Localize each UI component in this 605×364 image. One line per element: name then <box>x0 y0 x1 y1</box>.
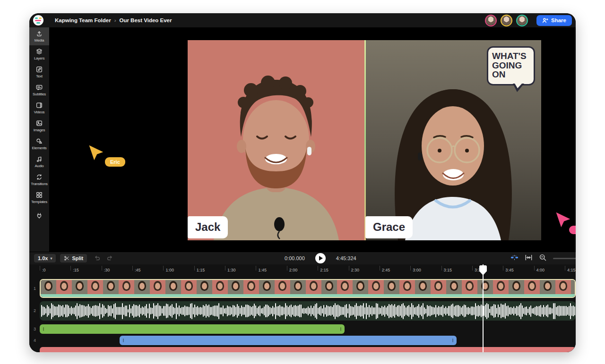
video-thumbnail <box>243 280 259 294</box>
playhead[interactable] <box>483 264 484 352</box>
collaborator-cursor-eric <box>88 144 105 162</box>
sidebar-item-templates[interactable]: Templates <box>29 189 49 207</box>
sidebar-item-subtitles[interactable]: Subtitles <box>29 81 49 99</box>
blue-layer-clip[interactable] <box>120 336 457 345</box>
red-layer-clip[interactable] <box>40 347 576 352</box>
scissors-icon <box>64 255 69 261</box>
collaborator-cursor-label-edge <box>569 226 576 234</box>
transitions-icon <box>35 173 43 181</box>
collaborator-avatar[interactable] <box>485 15 497 26</box>
video-thumbnail <box>477 280 493 294</box>
sidebar-item-elements[interactable]: Elements <box>29 135 49 153</box>
video-thumbnail <box>197 280 212 294</box>
video-thumbnail <box>290 280 306 294</box>
video-thumbnail <box>555 280 571 294</box>
sidebar-item-transitions[interactable]: Transitions <box>29 171 49 189</box>
sidebar-item-plugins[interactable] <box>29 210 49 222</box>
video-thumbnail <box>87 280 103 294</box>
track-number: 4 <box>34 338 36 343</box>
video-clip-jack[interactable]: Jack <box>188 40 365 240</box>
video-thumbnail <box>41 280 56 294</box>
split-button[interactable]: Split <box>60 254 87 262</box>
top-bar: Kapwing Team Folder › Our Best Video Eve… <box>29 13 576 27</box>
speech-bubble-element[interactable]: WHAT'S GOING ON <box>487 46 535 85</box>
video-thumbnail <box>228 280 243 294</box>
clip-name-tag[interactable]: Grace <box>365 216 413 238</box>
timeline-panel: :0:15:30:451:001:151:301:452:002:152:302… <box>29 264 576 352</box>
kapwing-editor-window: Kapwing Team Folder › Our Best Video Eve… <box>29 13 576 352</box>
sidebar-item-images[interactable]: Images <box>29 117 49 135</box>
video-thumbnail <box>275 280 290 294</box>
video-thumbnail <box>540 280 555 294</box>
video-thumbnail <box>462 280 477 294</box>
sidebar-item-videos[interactable]: Videos <box>29 99 49 117</box>
video-preview[interactable]: Jack <box>188 40 541 240</box>
share-button[interactable]: Share <box>536 15 572 26</box>
snap-toggle[interactable] <box>510 254 519 263</box>
collaborator-cursor-pink <box>555 212 572 229</box>
video-thumbnail <box>259 280 275 294</box>
sidebar-item-label: Audio <box>35 164 44 168</box>
video-thumbnail <box>103 280 119 294</box>
editor-canvas[interactable]: Jack <box>49 27 576 252</box>
video-thumbnail <box>431 280 446 294</box>
images-icon <box>35 119 43 127</box>
video-thumbnail <box>399 280 415 294</box>
video-thumbnail <box>165 280 181 294</box>
magnifier-minus-icon <box>539 254 547 262</box>
collaborator-avatar[interactable] <box>501 15 512 26</box>
video-track-clip[interactable] <box>40 279 576 298</box>
video-thumbnail <box>181 280 197 294</box>
subtitles-icon <box>35 84 43 91</box>
video-thumbnail <box>119 280 134 294</box>
zoom-out-button[interactable] <box>539 254 547 263</box>
collaborator-avatar[interactable] <box>516 15 528 26</box>
clip-name-tag[interactable]: Jack <box>188 216 228 238</box>
timeline-zoom-slider[interactable] <box>553 258 576 259</box>
sidebar-item-label: Images <box>34 128 45 132</box>
video-thumbnail <box>306 280 321 294</box>
video-thumbnail <box>150 280 165 294</box>
track-number: 3 <box>34 327 36 331</box>
sidebar-item-text[interactable]: Text <box>29 63 49 81</box>
undo-button[interactable] <box>94 254 101 262</box>
video-thumbnail <box>56 280 72 294</box>
sidebar-item-media[interactable]: Media <box>29 27 49 45</box>
video-thumbnail <box>509 280 524 294</box>
speed-value: 1.0x <box>38 255 48 261</box>
playback-speed-button[interactable]: 1.0x ▾ <box>34 254 56 262</box>
audio-icon <box>35 155 43 163</box>
green-layer-clip[interactable] <box>40 324 345 334</box>
snap-icon <box>510 254 519 262</box>
sidebar-item-layers[interactable]: Layers <box>29 45 49 63</box>
video-clip-grace[interactable]: Grace WHAT'S GOING ON <box>365 40 541 240</box>
split-label: Split <box>72 255 83 261</box>
fit-timeline-button[interactable] <box>525 254 533 263</box>
sidebar-item-label: Subtitles <box>33 92 46 96</box>
chevron-down-icon: ▾ <box>50 256 52 261</box>
total-duration: 4:45:324 <box>336 255 356 261</box>
kapwing-logo-icon[interactable] <box>33 15 43 25</box>
video-thumbnail <box>384 280 399 294</box>
timeline-ruler[interactable]: :0:15:30:451:001:151:301:452:002:152:302… <box>40 264 576 277</box>
video-thumbnail <box>353 280 368 294</box>
video-thumbnail <box>212 280 228 294</box>
media-upload-icon <box>35 30 43 37</box>
track-number: 1 <box>34 286 36 291</box>
sidebar-item-label: Layers <box>34 56 44 60</box>
breadcrumb: Kapwing Team Folder › Our Best Video Eve… <box>55 17 172 23</box>
audio-track-clip[interactable] <box>40 301 576 321</box>
video-thumbnail <box>321 280 337 294</box>
collaborator-avatars <box>485 15 528 26</box>
play-button[interactable] <box>315 253 326 263</box>
video-thumbnail <box>446 280 462 294</box>
collaborator-cursor-label: Eric <box>105 157 125 167</box>
videos-icon <box>35 102 43 109</box>
jack-video-frame <box>188 40 365 240</box>
video-thumbnail <box>524 280 540 294</box>
breadcrumb-folder[interactable]: Kapwing Team Folder <box>55 17 111 23</box>
sidebar-item-audio[interactable]: Audio <box>29 153 49 171</box>
elements-icon <box>35 137 43 145</box>
video-thumbnail <box>134 280 150 294</box>
redo-button[interactable] <box>106 254 113 262</box>
